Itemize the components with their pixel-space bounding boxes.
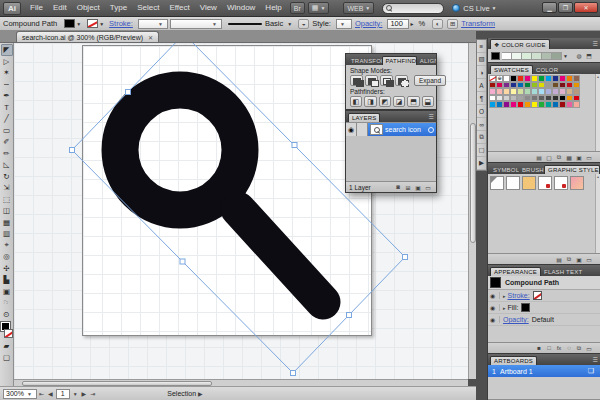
menu-item-edit[interactable]: Edit [48, 0, 72, 16]
bridge-button[interactable]: Br [290, 2, 305, 14]
style-5[interactable] [554, 176, 568, 190]
menu-item-view[interactable]: View [195, 0, 222, 16]
panel-menu-icon[interactable]: ☰ [593, 40, 598, 47]
color-variation-swatch[interactable] [502, 52, 512, 60]
next-artboard-button[interactable]: ▶ [82, 390, 87, 397]
canvas[interactable]: TRANSFORMPATHFINDERALIGN Shape Modes: Ex… [14, 43, 468, 379]
line-tool[interactable]: ╱ [1, 113, 13, 125]
stroke-link[interactable]: Stroke: [508, 292, 530, 299]
prev-artboard-button[interactable]: ◀ [48, 390, 53, 397]
color-mode-button[interactable]: ▰ [1, 340, 13, 352]
lasso-tool[interactable]: ∽ [1, 79, 13, 91]
delete-layer-icon[interactable]: ▭ [423, 183, 433, 192]
menu-item-object[interactable]: Object [72, 0, 105, 16]
opentype-panel-icon[interactable]: O [477, 105, 486, 118]
magic-wand-tool[interactable]: ✶ [1, 67, 13, 79]
disclosure-arrow-icon[interactable]: ▸ [503, 305, 506, 311]
delete-style-icon[interactable]: ▭ [584, 255, 594, 264]
mesh-tool[interactable]: ▦ [1, 217, 13, 229]
menu-item-file[interactable]: File [25, 0, 48, 16]
swatch[interactable] [496, 101, 503, 108]
swatch-options-icon[interactable]: ⧉ [554, 153, 564, 162]
free-transform-tool[interactable]: ⬚ [1, 194, 13, 206]
panel-scrollbar[interactable]: ▴▾ [595, 174, 600, 264]
pen-tool[interactable]: ✒ [1, 90, 13, 102]
style-4[interactable] [538, 176, 552, 190]
opacity-link[interactable]: Opacity: [503, 316, 529, 323]
artboard[interactable] [82, 45, 372, 336]
app-logo[interactable]: Ai [3, 2, 21, 15]
tab-color[interactable]: COLOR [533, 66, 561, 74]
stroke-weight-combo[interactable]: ▼ [138, 19, 168, 29]
edit-colors-icon[interactable]: ⬒ [584, 51, 594, 60]
swatch[interactable] [545, 101, 552, 108]
menu-item-type[interactable]: Type [105, 0, 132, 16]
color-variation-swatch[interactable] [532, 52, 542, 60]
tab-flash-text[interactable]: FLASH TEXT [541, 268, 585, 276]
graph-tool[interactable]: ▙ [1, 274, 13, 286]
opacity-link[interactable]: Opacity: [355, 19, 383, 28]
artboard-name[interactable]: Artboard 1 [500, 368, 533, 375]
delete-swatch-icon[interactable]: ▭ [584, 153, 594, 162]
exclude-button[interactable] [395, 75, 408, 86]
close-button[interactable]: ✕ [574, 2, 598, 13]
tab-graphic-styles[interactable]: GRAPHIC STYLES [544, 165, 600, 174]
tab-transform[interactable]: TRANSFORM [348, 57, 382, 65]
style-libraries-icon[interactable]: ▤ [554, 255, 564, 264]
cs-live-button[interactable]: CS Live ▼ [452, 4, 496, 13]
fill-color-chip[interactable] [64, 19, 75, 28]
visibility-eye-icon[interactable]: ◉ [490, 304, 500, 311]
visibility-eye-icon[interactable]: ◉ [490, 292, 500, 299]
layer-target-icon[interactable] [428, 127, 434, 133]
fill-row[interactable]: ◉ ▸ Fill: [488, 302, 600, 314]
paintbrush-tool[interactable]: ✐ [1, 136, 13, 148]
links-panel-icon[interactable]: ∞ [477, 118, 486, 131]
minus-front-button[interactable] [365, 75, 378, 86]
shape-builder-tool[interactable]: ◫ [1, 205, 13, 217]
new-style-icon[interactable]: ▣ [574, 255, 584, 264]
horizontal-scrollbar[interactable] [14, 379, 468, 386]
blend-mode-icon[interactable]: ◐ [432, 19, 443, 29]
expand-button[interactable]: Expand [414, 75, 446, 86]
base-color-swatch[interactable] [491, 52, 500, 60]
draw-normal-button[interactable]: ▢ [1, 352, 13, 364]
minus-back-button[interactable]: ⬓ [422, 96, 434, 107]
isolate-icon[interactable]: ⊞ [447, 19, 458, 29]
style-combo[interactable]: ▼ [336, 19, 352, 29]
chevron-down-icon[interactable]: ▼ [99, 21, 104, 27]
chevron-down-icon[interactable]: ▼ [563, 53, 568, 59]
symbol-sprayer-tool[interactable]: ✣ [1, 263, 13, 275]
pattern-options-panel-icon[interactable]: ⧉ [477, 131, 486, 144]
stroke-link[interactable]: Stroke: [109, 19, 133, 28]
tab-layers[interactable]: LAYERS [348, 113, 380, 122]
visibility-eye-icon[interactable]: ◉ [346, 123, 357, 136]
delete-item-icon[interactable]: ▭ [584, 344, 594, 353]
clear-appearance-icon[interactable]: ◌ [564, 344, 574, 353]
opacity-row[interactable]: ◉ Opacity: Default [488, 314, 600, 326]
rectangle-tool[interactable]: ▭ [1, 125, 13, 137]
navigator-panel-icon[interactable]: ▢ [477, 144, 486, 157]
crop-button[interactable]: ◪ [393, 96, 405, 107]
stroke-color-chip[interactable] [87, 19, 98, 28]
type-tool[interactable]: T [1, 102, 13, 114]
panel-menu-icon[interactable]: ☰ [429, 113, 434, 120]
trim-button[interactable]: ◨ [364, 96, 376, 107]
make-clipping-mask-icon[interactable]: ◙ [393, 183, 403, 192]
outline-button[interactable]: ⬒ [407, 96, 419, 107]
rotate-tool[interactable]: ↻ [1, 171, 13, 183]
color-variation-swatch[interactable] [552, 52, 562, 60]
document-tab[interactable]: search-icon.ai @ 300% (RGB/Preview) ✕ [16, 31, 159, 42]
lock-toggle[interactable] [357, 123, 368, 136]
menu-item-help[interactable]: Help [260, 0, 286, 16]
duplicate-item-icon[interactable]: ⧉ [574, 344, 584, 353]
selection-tool[interactable]: ◤ [1, 44, 13, 56]
new-sublayer-icon[interactable]: ⊞ [403, 183, 413, 192]
panel-menu-icon[interactable]: ☰ [593, 356, 598, 363]
stroke-row[interactable]: ◉ ▸ Stroke: [488, 290, 600, 302]
stroke-panel-icon[interactable]: ≡ [477, 40, 486, 53]
stroke-none-swatch[interactable] [533, 291, 542, 300]
spinner-icon[interactable]: ▸ [410, 20, 413, 27]
unite-button[interactable] [350, 75, 363, 86]
limit-colors-icon[interactable]: ◍ [574, 51, 584, 60]
menu-item-select[interactable]: Select [132, 0, 164, 16]
